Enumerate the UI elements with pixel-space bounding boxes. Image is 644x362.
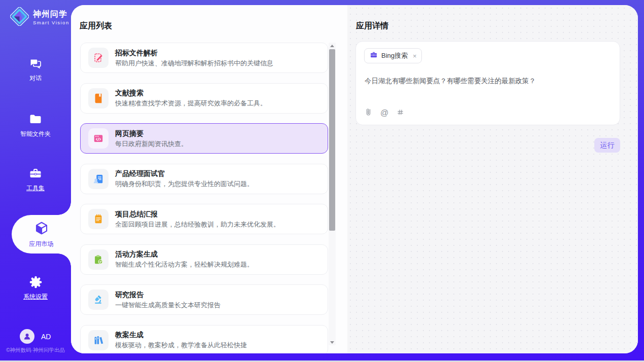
app-card-pm-interviewer[interactable]: 产品经理面试官 明确身份和职责，为您提供专业性的面试问题。 (80, 164, 328, 194)
detail-title: 应用详情 (356, 21, 388, 31)
hash-icon[interactable] (397, 108, 404, 118)
brand-subtitle: Smart Vision (33, 20, 69, 25)
app-name: 网页摘要 (115, 129, 188, 138)
prompt-input[interactable]: 今日湖北有哪些新闻要点？有哪些需要关注的最新政策？ (365, 76, 609, 86)
app-desc: 每日政府新闻资讯快查。 (115, 140, 188, 148)
app-card-event-plan[interactable]: 活动方案生成 智能生成个性化活动方案，轻松解决规划难题。 (80, 244, 328, 275)
app-detail-panel: 应用详情 Bing搜索 × 今日湖北有哪些新闻要点？有哪些需要关注的最新政策？ (347, 5, 638, 353)
run-button[interactable]: 运行 (594, 138, 620, 153)
sidebar-item-label: 系统设置 (23, 294, 48, 300)
app-card-web-summary[interactable]: 网页摘要 每日政府新闻资讯快查。 (80, 123, 328, 154)
app-name: 项目总结汇报 (115, 210, 280, 219)
person-document-icon (88, 169, 109, 189)
copyright-footer: ©神州数码·神州问学出品 (0, 347, 71, 354)
main-content: 应用列表 招标文件解析 帮助用户快速、准确地理解和解析招标书中的关键信息 (71, 5, 638, 353)
sidebar-item-label: 工具集 (26, 185, 45, 191)
app-list-panel: 应用列表 招标文件解析 帮助用户快速、准确地理解和解析招标书中的关键信息 (71, 5, 347, 353)
app-desc: 一键智能生成高质量长文本研究报告 (115, 301, 221, 309)
app-name: 研究报告 (115, 291, 221, 299)
cube-icon (34, 221, 49, 237)
sidebar-item-label: 应用市场 (29, 240, 54, 248)
mention-icon[interactable]: @ (380, 109, 388, 117)
app-name: 文献搜索 (115, 89, 267, 97)
app-name: 教案生成 (115, 331, 247, 339)
avatar (20, 329, 34, 344)
sidebar-item-label: 智能文件夹 (20, 131, 51, 137)
book-icon (88, 88, 109, 108)
sidebar: 神州问学 Smart Vision 对话 智能文件夹 (0, 0, 71, 360)
sidebar-item-settings[interactable]: 系统设置 (0, 275, 71, 300)
diamond-logo-icon (10, 7, 29, 28)
brand-name: 神州问学 (33, 10, 69, 18)
page-title: 应用列表 (80, 21, 112, 31)
close-icon[interactable]: × (413, 53, 417, 59)
app-desc: 帮助用户快速、准确地理解和解析招标书中的关键信息 (115, 59, 273, 67)
app-name: 招标文件解析 (115, 49, 273, 57)
clipboard-check-icon (88, 249, 109, 270)
app-desc: 全面回顾项目进展，总结经验教训，助力未来优化发展。 (115, 221, 280, 229)
scroll-down-arrow-icon[interactable] (329, 339, 336, 345)
browser-code-icon (88, 128, 109, 149)
app-desc: 快速精准查找学术资源，提高研究效率的必备工具。 (115, 99, 267, 107)
tool-tag-label: Bing搜索 (381, 51, 408, 60)
prompt-card: Bing搜索 × 今日湖北有哪些新闻要点？有哪些需要关注的最新政策？ @ (355, 41, 620, 125)
app-card-project-report[interactable]: 项目总结汇报 全面回顾项目进展，总结经验教训，助力未来优化发展。 (80, 204, 328, 234)
sidebar-item-chat[interactable]: 对话 (0, 56, 71, 81)
app-desc: 模板驱动，教案秒成，教学准备从此轻松快捷 (115, 341, 247, 349)
app-name: 活动方案生成 (115, 250, 254, 259)
user-account[interactable]: AD (20, 329, 51, 344)
sidebar-item-label: 对话 (29, 75, 42, 81)
sidebar-item-toolset[interactable]: 工具集 (0, 166, 71, 191)
app-desc: 明确身份和职责，为您提供专业性的面试问题。 (115, 180, 254, 188)
app-card-bid-parse[interactable]: 招标文件解析 帮助用户快速、准确地理解和解析招标书中的关键信息 (80, 43, 328, 73)
toolbox-icon (28, 166, 43, 182)
attachment-icon[interactable] (365, 107, 372, 119)
list-scrollbar (329, 43, 336, 345)
app-desc: 智能生成个性化活动方案，轻松解决规划难题。 (115, 261, 254, 269)
sidebar-item-smart-folder[interactable]: 智能文件夹 (0, 112, 71, 137)
tool-tag-bing-search: Bing搜索 × (364, 48, 422, 63)
books-icon (88, 330, 109, 350)
notepad-icon (88, 209, 109, 229)
folder-icon (28, 112, 43, 128)
app-name: 产品经理面试官 (115, 169, 254, 178)
app-card-research-report[interactable]: 研究报告 一键智能生成高质量长文本研究报告 (80, 284, 328, 315)
app-card-list: 招标文件解析 帮助用户快速、准确地理解和解析招标书中的关键信息 文献搜索 快速精… (80, 43, 328, 353)
brand-logo: 神州问学 Smart Vision (10, 7, 69, 28)
app-card-lesson-plan[interactable]: 教案生成 模板驱动，教案秒成，教学准备从此轻松快捷 (80, 325, 328, 354)
gear-icon (29, 275, 43, 291)
prompt-toolbar: @ (365, 107, 404, 119)
document-pen-icon (88, 48, 109, 68)
scrollbar-thumb[interactable] (329, 49, 335, 231)
scroll-up-arrow-icon[interactable] (329, 43, 336, 49)
active-nav-bubble: 应用市场 (12, 215, 71, 254)
briefcase-icon (370, 51, 378, 61)
microscope-icon (88, 289, 109, 310)
user-name: AD (41, 333, 51, 341)
chat-icon (28, 56, 43, 72)
sidebar-item-app-market[interactable]: 应用市场 (12, 219, 71, 249)
app-card-literature-search[interactable]: 文献搜索 快速精准查找学术资源，提高研究效率的必备工具。 (80, 83, 328, 114)
